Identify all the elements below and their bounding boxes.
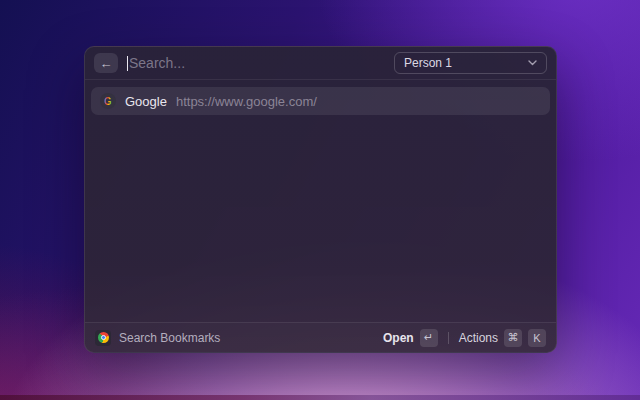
- desktop-background: ← Person 1 G Google https://www.google.c…: [0, 0, 640, 400]
- footer-source: Search Bookmarks: [95, 330, 220, 346]
- empty-results-area: [85, 115, 556, 322]
- search-input[interactable]: [129, 55, 385, 71]
- actions-button[interactable]: Actions ⌘ K: [459, 329, 546, 347]
- results-list: G Google https://www.google.com/: [85, 80, 556, 115]
- actions-label: Actions: [459, 331, 498, 345]
- footer-source-label: Search Bookmarks: [119, 331, 220, 345]
- bookmark-row[interactable]: G Google https://www.google.com/: [91, 87, 550, 115]
- command-key-badge: ⌘: [504, 329, 522, 347]
- return-key-badge: ↵: [420, 329, 438, 347]
- text-caret: [127, 56, 128, 71]
- open-button[interactable]: Open ↵: [383, 329, 438, 347]
- profile-dropdown-value: Person 1: [404, 56, 452, 70]
- search-field-wrap: [127, 55, 385, 71]
- chevron-down-icon: [528, 60, 537, 66]
- search-header: ← Person 1: [85, 47, 556, 80]
- footer-actions: Open ↵ Actions ⌘ K: [383, 329, 546, 347]
- footer-bar: Search Bookmarks Open ↵ Actions ⌘ K: [85, 322, 556, 352]
- profile-dropdown[interactable]: Person 1: [394, 52, 547, 74]
- footer-divider: [448, 332, 449, 344]
- launcher-window: ← Person 1 G Google https://www.google.c…: [84, 46, 557, 353]
- bookmark-title: Google: [125, 94, 167, 109]
- k-key-badge: K: [528, 329, 546, 347]
- search-bookmarks-app-icon: [95, 330, 111, 346]
- google-favicon-icon: G: [100, 93, 116, 109]
- back-arrow-icon: ←: [100, 57, 113, 70]
- chrome-logo-icon: [98, 332, 109, 343]
- bottom-edge-strip: [0, 395, 640, 400]
- open-label: Open: [383, 331, 414, 345]
- bookmark-url: https://www.google.com/: [176, 94, 317, 109]
- back-button[interactable]: ←: [94, 53, 118, 73]
